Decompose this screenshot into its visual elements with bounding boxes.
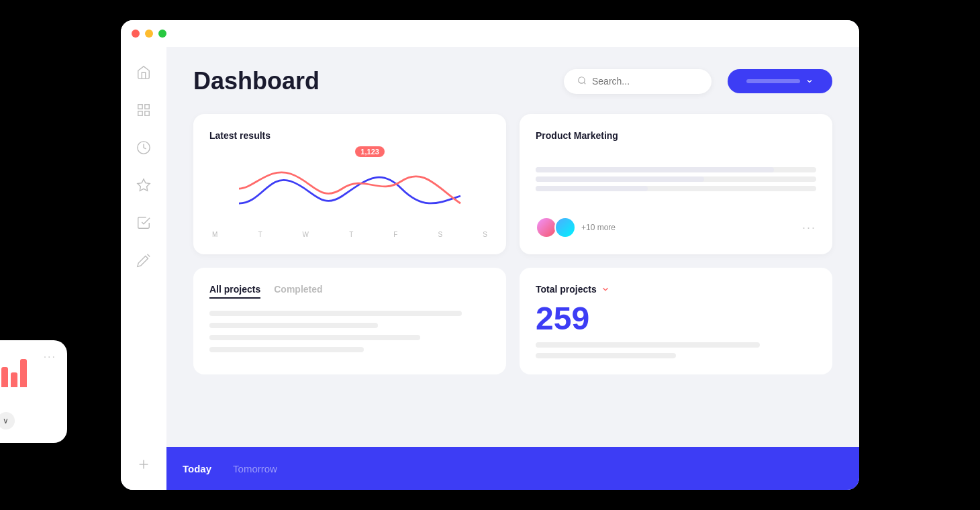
tab-all-projects[interactable]: All projects [209, 284, 260, 299]
chart-day-s1: S [438, 231, 443, 238]
pm-bars [536, 167, 816, 191]
sidebar-add-button[interactable] [134, 455, 153, 474]
stats-label: Total projects [536, 284, 816, 295]
browser-titlebar [121, 20, 859, 47]
action-button-label [746, 79, 800, 83]
sidebar-item-check[interactable] [134, 213, 153, 232]
svg-rect-2 [145, 111, 149, 115]
page-title: Dashboard [193, 67, 548, 95]
sidebar-item-pen[interactable] [134, 251, 153, 270]
widget-sub-label: Last 7 days [0, 395, 51, 405]
schedule-tab-today[interactable]: Today [183, 463, 211, 474]
stats-sub [536, 342, 760, 348]
stats-sub-2 [536, 353, 676, 358]
latest-results-card: Latest results 1,123 M T W T F [193, 114, 506, 254]
project-tabs: All projects Completed [209, 284, 490, 299]
svg-rect-3 [138, 111, 142, 115]
schedule-tab-tomorrow[interactable]: Tomorrow [233, 463, 277, 474]
widget-dots: ··· [44, 351, 56, 363]
dot-yellow[interactable] [145, 30, 153, 38]
chart-day-t2: T [349, 231, 353, 238]
pm-avatars: +10 more ··· [536, 217, 816, 238]
search-input[interactable] [592, 76, 686, 87]
project-row-2 [209, 323, 378, 328]
dot-red[interactable] [132, 30, 140, 38]
browser-window: Dashboard Latest results 1,123 [121, 20, 859, 490]
cards-row: Latest results 1,123 M T W T F [193, 114, 832, 254]
chart-day-s2: S [483, 231, 487, 238]
header: Dashboard [193, 67, 832, 95]
widget-bar-8 [1, 367, 8, 387]
floating-widget: ··· Last 7 days 13,636 ∨ [0, 340, 67, 443]
main-content: Dashboard Latest results 1,123 [166, 47, 859, 490]
action-button[interactable] [728, 69, 832, 93]
pm-more-count: +10 more [581, 223, 616, 232]
chart-day-m: M [212, 231, 217, 238]
widget-bar-9 [11, 372, 17, 388]
svg-point-9 [579, 76, 585, 83]
project-row-3 [209, 335, 420, 340]
chart-area: 1,123 [209, 152, 490, 225]
tab-completed[interactable]: Completed [274, 284, 322, 299]
chart-day-f: F [393, 231, 397, 238]
svg-line-10 [584, 82, 586, 84]
latest-results-title: Latest results [209, 130, 490, 141]
stats-value: 259 [536, 300, 816, 337]
pm-dots: ··· [802, 221, 816, 235]
pm-bar-1 [536, 167, 816, 172]
chart-label-row: M T W T F S S [209, 231, 490, 238]
avatar-2 [554, 217, 576, 238]
sidebar [121, 47, 166, 490]
bottom-row: All projects Completed Total projects 25… [193, 268, 832, 374]
svg-rect-1 [145, 105, 149, 109]
widget-chevron[interactable]: ∨ [0, 412, 15, 429]
chart-day-w: W [303, 231, 309, 238]
dot-green[interactable] [158, 30, 166, 38]
svg-line-6 [148, 254, 150, 257]
sidebar-item-clock[interactable] [134, 138, 153, 157]
widget-value-row: 13,636 ∨ [0, 407, 51, 429]
chart-badge: 1,123 [355, 146, 385, 157]
sidebar-item-star[interactable] [134, 176, 153, 195]
search-bar[interactable] [564, 69, 712, 94]
pm-bar-3 [536, 186, 816, 191]
project-rows [209, 311, 490, 352]
project-row-4 [209, 347, 364, 352]
sidebar-item-home[interactable] [134, 63, 153, 82]
product-marketing-card: Product Marketing +10 more [520, 114, 832, 254]
search-icon [577, 76, 587, 87]
widget-bar-10 [20, 359, 27, 388]
chart-day-t1: T [258, 231, 262, 238]
schedule-bar: Today Tomorrow [166, 447, 859, 490]
pm-bar-2 [536, 176, 816, 182]
chart-svg [209, 152, 490, 225]
projects-card: All projects Completed [193, 268, 506, 374]
svg-rect-0 [138, 105, 142, 109]
svg-marker-5 [138, 179, 150, 191]
sidebar-item-grid[interactable] [134, 101, 153, 119]
stats-card: Total projects 259 [520, 268, 832, 374]
product-marketing-title: Product Marketing [536, 130, 816, 141]
project-row-1 [209, 311, 462, 316]
